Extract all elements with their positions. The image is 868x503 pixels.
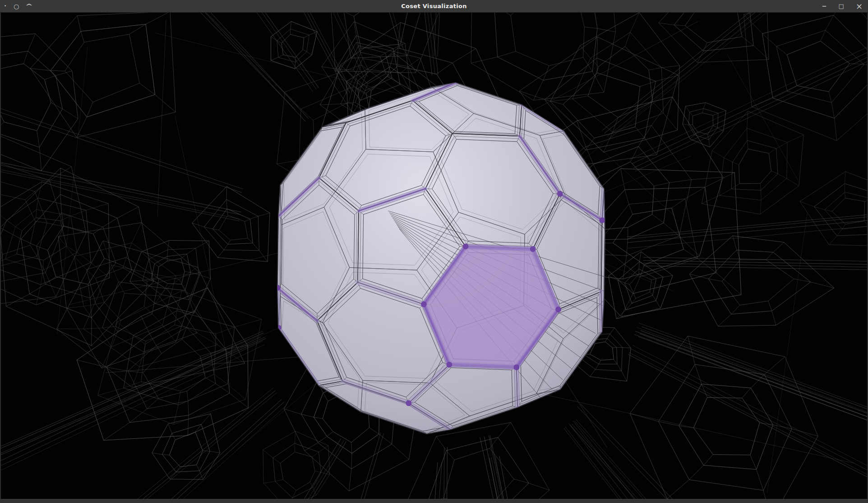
viewport-3d[interactable]	[0, 12, 868, 499]
menu-dot-icon[interactable]: •	[4, 4, 6, 8]
caret-up-icon[interactable]: ^	[25, 3, 32, 9]
maximize-button[interactable]: □	[839, 3, 844, 9]
titlebar-right-controls: − □ ×	[822, 0, 863, 12]
app-window: • ○ ^ Coset Visualization − □ ×	[0, 0, 868, 503]
window-bottom-border	[0, 499, 868, 503]
coset-3d-scene	[1, 12, 867, 499]
close-button[interactable]: ×	[856, 2, 863, 10]
titlebar-left-controls: • ○ ^	[4, 0, 31, 12]
window-title: Coset Visualization	[0, 0, 868, 12]
titlebar[interactable]: • ○ ^ Coset Visualization − □ ×	[0, 0, 868, 13]
record-circle-icon[interactable]: ○	[14, 3, 19, 9]
minimize-button[interactable]: −	[822, 3, 827, 9]
